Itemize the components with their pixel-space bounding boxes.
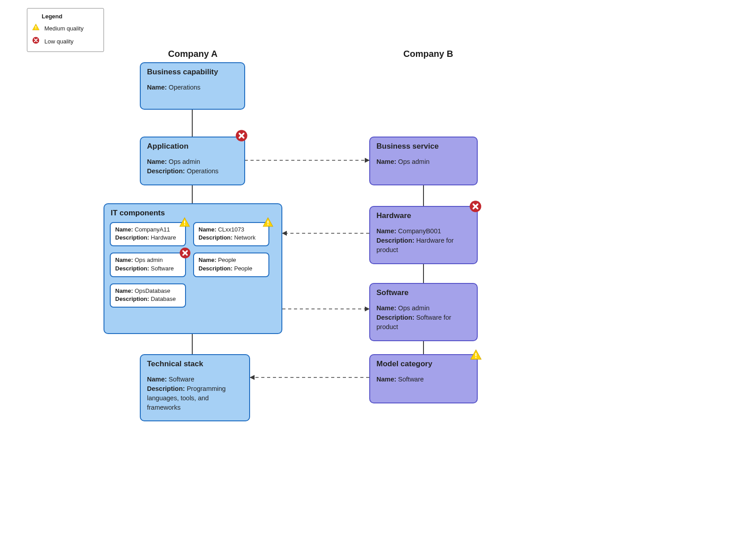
legend-low-label: Low quality bbox=[44, 37, 73, 47]
node-title: Model category bbox=[376, 360, 471, 368]
error-circle-icon bbox=[179, 247, 191, 259]
legend-row-medium: Medium quality bbox=[32, 23, 99, 34]
warning-triangle-icon bbox=[179, 217, 190, 228]
heading-company-a: Company A bbox=[168, 49, 217, 59]
diagram-canvas: Legend Medium quality Low quality Compan… bbox=[0, 0, 756, 544]
it-component-item: Name: Ops admin Description: Software bbox=[110, 253, 186, 277]
error-circle-icon bbox=[469, 200, 481, 212]
it-component-item: Name: CLxx1073 Description: Network bbox=[193, 222, 269, 246]
legend-row-low: Low quality bbox=[32, 36, 99, 47]
field-name: Name: CompanyB001 bbox=[376, 227, 471, 236]
heading-company-b: Company B bbox=[403, 49, 453, 59]
node-title: Business service bbox=[376, 142, 471, 151]
node-title: Software bbox=[376, 288, 471, 297]
node-title: Technical stack bbox=[147, 360, 243, 368]
node-it-components: IT components Name: CompanyA11 Descripti… bbox=[104, 203, 282, 334]
legend-title: Legend bbox=[42, 12, 99, 21]
node-title: Business capability bbox=[147, 68, 238, 77]
field-name: Name: Software bbox=[147, 375, 243, 384]
svg-rect-21 bbox=[475, 357, 476, 358]
node-application: Application Name: Ops admin Description:… bbox=[140, 137, 245, 185]
node-title: Application bbox=[147, 142, 238, 151]
field-description: Description: Programming languages, tool… bbox=[147, 384, 243, 412]
field-description: Description: Hardware for product bbox=[376, 236, 471, 255]
field-name: Name: Operations bbox=[147, 83, 238, 92]
field-name: Name: Software bbox=[376, 375, 471, 384]
svg-rect-14 bbox=[184, 221, 185, 224]
node-hardware: Hardware Name: CompanyB001 Description: … bbox=[369, 206, 478, 264]
node-title: Hardware bbox=[376, 211, 471, 220]
it-component-item: Name: CompanyA11 Description: Hardware bbox=[110, 222, 186, 246]
warning-triangle-icon bbox=[32, 23, 40, 34]
it-component-item: Name: People Description: People bbox=[193, 253, 269, 277]
field-description: Description: Software for product bbox=[376, 313, 471, 332]
svg-rect-1 bbox=[35, 28, 36, 29]
error-circle-icon bbox=[32, 36, 40, 47]
field-name: Name: Ops admin bbox=[376, 157, 471, 167]
warning-triangle-icon bbox=[470, 349, 481, 360]
field-name: Name: Ops admin bbox=[147, 157, 238, 167]
warning-triangle-icon bbox=[262, 217, 274, 228]
svg-rect-15 bbox=[184, 224, 185, 225]
field-name: Name: Ops admin bbox=[376, 304, 471, 313]
node-business-capability: Business capability Name: Operations bbox=[140, 62, 245, 110]
svg-rect-20 bbox=[475, 353, 476, 356]
node-title: IT components bbox=[111, 209, 276, 218]
legend-box: Legend Medium quality Low quality bbox=[27, 8, 104, 52]
it-component-item: Name: OpsDatabase Description: Database bbox=[110, 283, 186, 308]
svg-rect-0 bbox=[35, 26, 36, 28]
svg-rect-16 bbox=[268, 221, 268, 224]
node-software: Software Name: Ops admin Description: So… bbox=[369, 283, 478, 341]
svg-rect-17 bbox=[268, 224, 268, 225]
node-technical-stack: Technical stack Name: Software Descripti… bbox=[140, 354, 250, 421]
field-description: Description: Operations bbox=[147, 167, 238, 176]
error-circle-icon bbox=[235, 129, 247, 141]
legend-medium-label: Medium quality bbox=[44, 24, 83, 34]
node-model-category: Model category Name: Software bbox=[369, 354, 478, 403]
node-business-service: Business service Name: Ops admin bbox=[369, 137, 478, 185]
